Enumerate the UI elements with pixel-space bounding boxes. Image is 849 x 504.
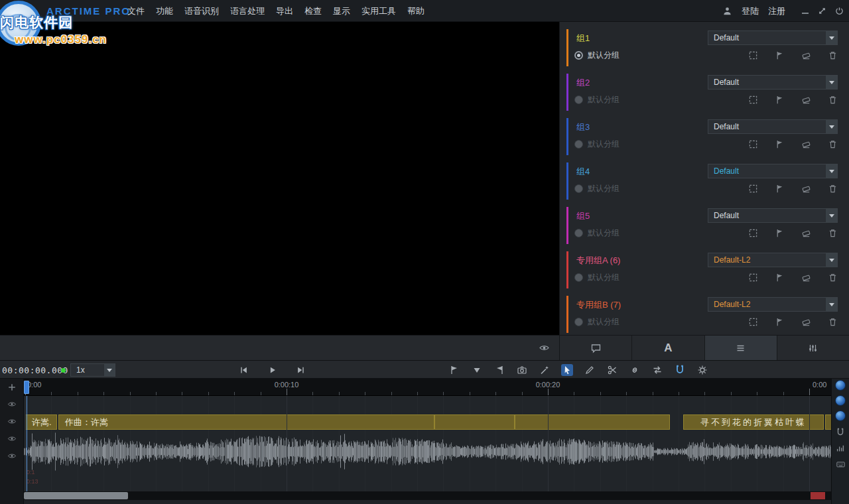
eraser-icon[interactable] bbox=[801, 228, 811, 238]
zoom-fit-button[interactable] bbox=[835, 410, 846, 421]
play-button[interactable] bbox=[267, 365, 277, 375]
track-eye-icon[interactable] bbox=[7, 417, 17, 426]
group-preset-dropdown[interactable]: Default-L2 bbox=[708, 297, 838, 312]
trash-icon[interactable] bbox=[828, 228, 838, 238]
frame-select-icon[interactable] bbox=[748, 139, 758, 149]
menu-item-5[interactable]: 导出 bbox=[276, 5, 293, 17]
register-button[interactable]: 注册 bbox=[768, 5, 785, 17]
trash-icon[interactable] bbox=[828, 273, 838, 283]
group-radio[interactable] bbox=[574, 51, 583, 60]
eye-icon[interactable] bbox=[539, 343, 550, 353]
marker-triangle-icon[interactable] bbox=[471, 364, 483, 376]
timeline-tracks[interactable]: 许嵩.作曲：许嵩寻不到花的折翼枯叶蝶 0:1 0:13 bbox=[24, 396, 831, 491]
scrollbar-thumb[interactable] bbox=[24, 492, 128, 499]
menu-item-7[interactable]: 显示 bbox=[333, 5, 350, 17]
marker-flag-end-icon[interactable] bbox=[493, 364, 505, 376]
flag-icon[interactable] bbox=[775, 317, 785, 327]
group-radio-row[interactable]: 默认分组 bbox=[574, 272, 620, 283]
track-eye-icon[interactable] bbox=[7, 400, 17, 409]
trash-icon[interactable] bbox=[828, 50, 838, 60]
tab-text-style[interactable]: A bbox=[632, 336, 704, 360]
flag-icon[interactable] bbox=[775, 95, 785, 105]
group-preset-dropdown[interactable]: Default bbox=[708, 31, 838, 45]
menu-item-9[interactable]: 帮助 bbox=[407, 5, 424, 17]
tab-settings[interactable] bbox=[777, 336, 849, 360]
subtitle-block-1[interactable]: 许嵩. bbox=[25, 414, 57, 430]
subtitle-block-5[interactable]: 寻不到花的折翼枯叶蝶 bbox=[683, 414, 824, 430]
edit-pencil-icon[interactable] bbox=[584, 364, 596, 376]
keyboard-icon[interactable] bbox=[836, 460, 846, 469]
link-icon[interactable] bbox=[629, 364, 641, 376]
add-track-icon[interactable] bbox=[7, 383, 17, 392]
group-preset-dropdown[interactable]: Default bbox=[708, 164, 838, 178]
flag-icon[interactable] bbox=[775, 184, 785, 194]
subtitle-block-6[interactable] bbox=[825, 414, 831, 430]
skip-start-button[interactable] bbox=[239, 365, 249, 375]
group-radio-row[interactable]: 默认分组 bbox=[574, 94, 620, 105]
flag-icon[interactable] bbox=[775, 50, 785, 60]
zoom-out-button[interactable] bbox=[835, 395, 846, 406]
minimize-icon[interactable] bbox=[801, 7, 809, 15]
group-radio-row[interactable]: 默认分组 bbox=[574, 139, 620, 150]
group-radio[interactable] bbox=[574, 95, 583, 104]
scissors-icon[interactable] bbox=[606, 364, 618, 376]
frame-select-icon[interactable] bbox=[748, 184, 758, 194]
trash-icon[interactable] bbox=[828, 317, 838, 327]
flag-icon[interactable] bbox=[775, 228, 785, 238]
group-radio-row[interactable]: 默认分组 bbox=[574, 183, 620, 194]
tab-subtitle-list[interactable] bbox=[705, 336, 777, 360]
magnet-icon[interactable] bbox=[674, 364, 686, 376]
flag-icon[interactable] bbox=[775, 139, 785, 149]
frame-select-icon[interactable] bbox=[748, 273, 758, 283]
eraser-icon[interactable] bbox=[801, 50, 811, 60]
marker-flag-start-icon[interactable] bbox=[448, 364, 460, 376]
waveform-canvas[interactable] bbox=[24, 430, 831, 473]
group-radio[interactable] bbox=[574, 184, 583, 193]
magic-wand-icon[interactable] bbox=[539, 364, 551, 376]
levels-icon[interactable] bbox=[836, 444, 845, 453]
subtitle-block-3[interactable] bbox=[434, 414, 515, 430]
menu-item-4[interactable]: 语言处理 bbox=[230, 5, 265, 17]
menu-item-3[interactable]: 语音识别 bbox=[184, 5, 219, 17]
frame-select-icon[interactable] bbox=[748, 228, 758, 238]
group-preset-dropdown[interactable]: Default bbox=[708, 208, 838, 223]
menu-item-1[interactable]: 文件 bbox=[127, 5, 145, 17]
timeline-scrollbar[interactable] bbox=[24, 491, 831, 500]
menu-item-2[interactable]: 功能 bbox=[156, 5, 173, 17]
speed-dropdown[interactable]: 1x bbox=[70, 363, 115, 377]
group-radio-row[interactable]: 默认分组 bbox=[574, 316, 620, 328]
trash-icon[interactable] bbox=[828, 139, 838, 149]
trash-icon[interactable] bbox=[828, 95, 838, 105]
eraser-icon[interactable] bbox=[801, 317, 811, 327]
frame-select-icon[interactable] bbox=[748, 50, 758, 60]
power-icon[interactable] bbox=[835, 7, 844, 15]
group-preset-dropdown[interactable]: Default bbox=[708, 119, 838, 134]
group-preset-dropdown[interactable]: Default bbox=[708, 75, 838, 90]
subtitle-block-4[interactable] bbox=[515, 414, 670, 430]
timeline-ruler[interactable]: 0:000:00:100:00:200:00 bbox=[24, 379, 831, 396]
group-radio[interactable] bbox=[574, 140, 583, 149]
group-radio-row[interactable]: 默认分组 bbox=[574, 227, 620, 239]
group-radio[interactable] bbox=[574, 318, 583, 326]
eraser-icon[interactable] bbox=[801, 95, 811, 105]
playhead-handle[interactable] bbox=[24, 381, 29, 394]
track-eye-icon[interactable] bbox=[7, 452, 17, 460]
zoom-in-button[interactable] bbox=[835, 380, 846, 391]
eraser-icon[interactable] bbox=[801, 184, 811, 194]
magnet-icon[interactable] bbox=[836, 428, 845, 437]
user-icon[interactable] bbox=[722, 6, 732, 16]
cursor-tool-icon[interactable] bbox=[561, 364, 573, 376]
tab-notes[interactable] bbox=[560, 336, 632, 360]
maximize-icon[interactable] bbox=[818, 7, 826, 15]
gear-icon[interactable] bbox=[696, 364, 708, 376]
subtitle-block-2[interactable]: 作曲：许嵩 bbox=[58, 414, 434, 430]
swap-arrows-icon[interactable] bbox=[651, 364, 663, 376]
group-preset-dropdown[interactable]: Default-L2 bbox=[708, 253, 838, 267]
eraser-icon[interactable] bbox=[801, 139, 811, 149]
camera-icon[interactable] bbox=[516, 364, 528, 376]
menu-item-6[interactable]: 检查 bbox=[304, 5, 322, 17]
frame-select-icon[interactable] bbox=[748, 317, 758, 327]
flag-icon[interactable] bbox=[775, 273, 785, 283]
group-radio-row[interactable]: 默认分组 bbox=[574, 50, 620, 61]
login-button[interactable]: 登陆 bbox=[742, 5, 759, 17]
